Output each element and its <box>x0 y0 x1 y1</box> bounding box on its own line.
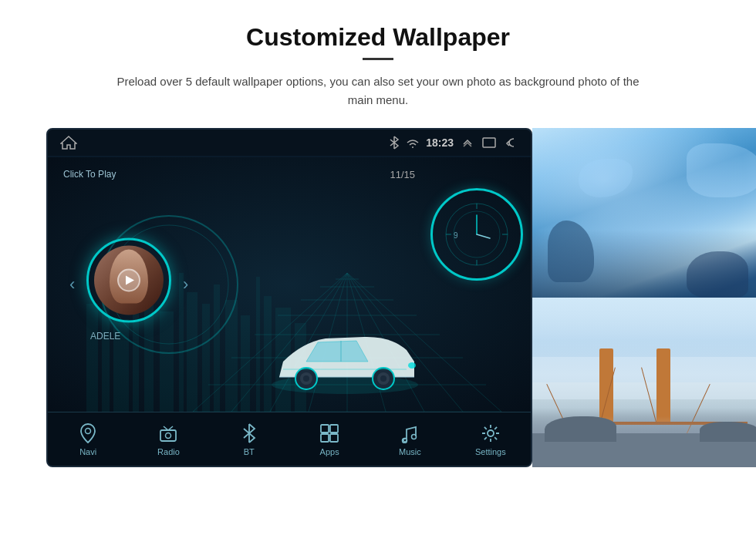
nav-item-bt[interactable]: BT <box>218 422 280 456</box>
artist-name: ADELE <box>90 331 120 342</box>
album-art-container <box>86 238 171 323</box>
nav-item-apps[interactable]: Apps <box>299 422 360 456</box>
apps-icon <box>319 422 340 444</box>
date-display: 11/15 <box>390 169 415 180</box>
screen-main: Click To Play ‹ › ADELE <box>48 157 531 412</box>
location-icon <box>77 422 99 444</box>
svg-point-56 <box>166 433 171 438</box>
svg-point-36 <box>272 375 418 394</box>
bt-label: BT <box>244 447 255 456</box>
bluetooth-icon <box>238 422 260 444</box>
car-screen: 18:23 <box>46 128 532 467</box>
prev-arrow[interactable]: ‹ <box>69 274 75 295</box>
car-image <box>264 319 426 404</box>
clock-ring: 9 <box>430 188 523 281</box>
next-arrow[interactable]: › <box>183 274 188 295</box>
svg-rect-59 <box>321 434 329 442</box>
svg-marker-0 <box>61 136 76 149</box>
nav-item-music[interactable]: Music <box>379 422 440 456</box>
music-icon <box>399 422 420 444</box>
navi-label: Navi <box>79 447 96 456</box>
content-row: 18:23 <box>46 128 710 467</box>
status-right: 18:23 <box>389 136 518 150</box>
status-bar: 18:23 <box>48 130 531 156</box>
bottom-nav: Navi Radio <box>48 412 531 466</box>
settings-label: Settings <box>475 447 506 456</box>
nav-item-radio[interactable]: Radio <box>137 422 199 456</box>
clock-display: 18:23 <box>426 136 454 149</box>
wallpaper-ice-thumb[interactable] <box>532 128 756 298</box>
svg-line-52 <box>477 234 490 238</box>
svg-point-63 <box>488 430 494 436</box>
svg-point-54 <box>86 428 91 433</box>
play-button[interactable] <box>117 269 140 292</box>
title-divider <box>363 58 393 60</box>
wallpaper-thumbnails <box>532 128 756 467</box>
svg-point-62 <box>412 434 417 439</box>
svg-point-44 <box>408 362 416 369</box>
subtitle: Preload over 5 default wallpaper options… <box>116 72 640 109</box>
settings-icon <box>480 422 501 444</box>
svg-point-43 <box>380 375 386 382</box>
svg-rect-55 <box>160 430 176 441</box>
clock-svg: 9 <box>442 200 511 269</box>
radio-label: Radio <box>157 447 180 456</box>
apps-label: Apps <box>320 447 339 456</box>
svg-point-40 <box>303 375 309 382</box>
page-title: Customized Wallpaper <box>246 23 510 52</box>
svg-rect-60 <box>330 434 338 442</box>
svg-text:9: 9 <box>454 231 458 240</box>
wallpaper-bridge-thumb[interactable] <box>532 298 756 467</box>
svg-rect-57 <box>321 425 329 433</box>
nav-item-settings[interactable]: Settings <box>460 422 521 456</box>
nav-item-navi[interactable]: Navi <box>57 422 119 456</box>
play-triangle <box>126 276 134 285</box>
back-icon <box>503 136 518 149</box>
window-icon <box>481 136 497 149</box>
music-label: Music <box>399 447 421 456</box>
bluetooth-status-icon <box>389 136 400 150</box>
arrows-icon <box>460 136 475 149</box>
radio-icon <box>157 422 179 444</box>
click-to-play-label: Click To Play <box>63 169 116 180</box>
album-art <box>94 246 164 315</box>
home-icon <box>60 136 77 150</box>
svg-rect-3 <box>86 304 98 412</box>
svg-rect-58 <box>330 425 338 433</box>
wifi-status-icon <box>406 137 420 148</box>
status-left <box>60 136 77 150</box>
svg-rect-1 <box>483 138 495 147</box>
